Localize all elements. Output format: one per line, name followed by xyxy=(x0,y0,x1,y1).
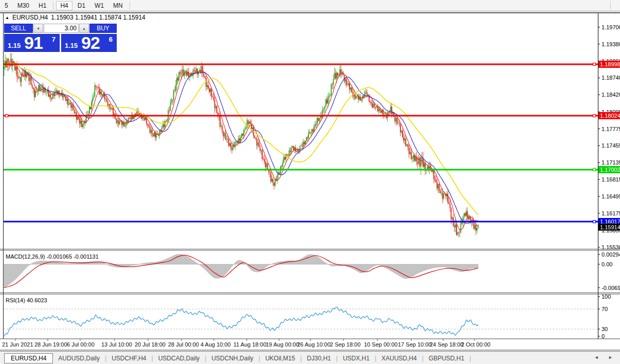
macd-axis-tick: 0.00 xyxy=(601,261,612,267)
price-tick: 1.19380 xyxy=(601,41,620,47)
chart-tab-dj30[interactable]: DJ30,H1 xyxy=(302,353,336,363)
macd-axis-tick: 0.00294 xyxy=(601,251,620,258)
rsi-axis-tick: 0 xyxy=(601,333,605,339)
price-tick: 1.16495 xyxy=(601,193,620,199)
chart-symbol: EURUSD,H4 xyxy=(12,14,48,21)
timeframe-toolbar: 5M30H1H4D1W1MN xyxy=(0,0,620,11)
chart-tab-ukoil[interactable]: UKOil,M15 xyxy=(260,353,300,363)
chart-tab-usdcnh[interactable]: USDCNH,Daily xyxy=(206,353,258,363)
toolbar-separator xyxy=(130,2,130,10)
one-click-trading-panel: SELL ▼ ▲ BUY 1.15 91 7 1.15 92 6 xyxy=(4,24,117,52)
price-tick: 1.18420 xyxy=(601,92,620,98)
time-tick-label: 4 Aug 10:00 xyxy=(200,341,231,348)
sell-price-prefix: 1.15 xyxy=(8,42,21,49)
price-tick: 1.18740 xyxy=(601,75,620,81)
time-tick-label: 24 Sep 18:00 xyxy=(430,341,463,348)
volume-input[interactable] xyxy=(44,24,79,33)
chart-title: ▲ EURUSD,H4 1.15903 1.15941 1.15874 1.15… xyxy=(5,14,145,21)
timeframe-button-5[interactable]: 5 xyxy=(1,1,12,10)
time-tick-label: 2 Sep 18:00 xyxy=(330,341,360,348)
rsi-label: RSI(14) 40.6023 xyxy=(6,297,47,303)
sell-price-pip: 7 xyxy=(52,35,56,43)
sell-price-big: 91 xyxy=(24,33,43,53)
time-tick-label: 13 Jul 10:00 xyxy=(101,341,132,348)
price-tick: 1.16815 xyxy=(601,176,620,183)
hline-handle[interactable] xyxy=(593,114,596,117)
price-tick: 1.16175 xyxy=(601,210,620,216)
sell-button[interactable]: SELL xyxy=(4,24,33,33)
timeframe-button-d1[interactable]: D1 xyxy=(74,1,89,10)
chart-tab-xauusd[interactable]: XAUUSD,H4 xyxy=(376,353,422,363)
chart-tab-usdx[interactable]: USDX,H1 xyxy=(338,353,375,363)
time-tick-label: 28 Jul 00:00 xyxy=(168,341,199,348)
time-tick-label: 17 Sep 10:00 xyxy=(398,341,431,348)
macd-label: MACD(12,26,9) -0.001065 -0.001131 xyxy=(6,253,99,260)
time-tick-label: 10 Sep 00:00 xyxy=(364,341,397,348)
chart-tab-gbpusd[interactable]: GBPUSD,H1 xyxy=(424,353,469,363)
rsi-axis-tick: 70 xyxy=(601,306,608,312)
price-tick: 1.17455 xyxy=(601,142,620,149)
time-tick-label: 20 Jul 18:00 xyxy=(135,341,166,348)
collapse-trade-panel-icon[interactable]: ▲ xyxy=(5,15,9,20)
time-tick-label: 26 Aug 10:00 xyxy=(297,341,331,348)
price-tick: 1.17775 xyxy=(601,126,620,132)
time-tick-label: 28 Jun 19:00 xyxy=(34,341,67,348)
chart-tab-bar: EURUSD,H4AUDUSD,Daily|USDCHF,H4|USDCAD,D… xyxy=(0,351,620,364)
price-tick: 1.15530 xyxy=(601,244,620,250)
hline-handle[interactable] xyxy=(593,220,596,223)
hline-handle[interactable] xyxy=(593,63,596,66)
chart-tab-eurusd[interactable]: EURUSD,H4 xyxy=(4,353,53,363)
volume-increase-button[interactable]: ▲ xyxy=(79,24,89,33)
timeframe-button-h4[interactable]: H4 xyxy=(56,1,72,10)
chart-tab-usdcad[interactable]: USDCAD,Daily xyxy=(153,353,205,363)
chart-ohlc-values: 1.15903 1.15941 1.15874 1.15914 xyxy=(51,14,145,21)
timeframe-button-h1[interactable]: H1 xyxy=(34,1,50,10)
toolbar-separator xyxy=(610,1,611,9)
macd-axis-tick: -0.00699 xyxy=(601,285,620,291)
time-tick-label: 21 Jun 2021 xyxy=(2,341,33,348)
hline-handle[interactable] xyxy=(6,114,8,117)
timeframe-button-mn[interactable]: MN xyxy=(109,1,127,10)
time-tick-label: 11 Aug 18:00 xyxy=(233,341,266,348)
timeframe-button-m30[interactable]: M30 xyxy=(13,1,33,10)
price-line-label: 1.18998 xyxy=(600,61,620,67)
chart-tab-usdchf[interactable]: USDCHF,H4 xyxy=(106,353,151,363)
trade-controls-row: SELL ▼ ▲ BUY xyxy=(4,24,117,33)
buy-button[interactable]: BUY xyxy=(89,24,117,33)
sell-quote-box[interactable]: 1.15 91 7 xyxy=(4,34,60,52)
buy-price-pip: 6 xyxy=(109,35,113,43)
buy-price-big: 92 xyxy=(81,33,100,53)
time-tick-label: 19 Aug 00:00 xyxy=(266,341,299,348)
chart-area[interactable]: 1.197001.193801.190601.187401.184201.180… xyxy=(0,13,620,351)
chart-canvas[interactable]: 1.197001.193801.190601.187401.184201.180… xyxy=(0,13,620,351)
price-line-label: 1.18024 xyxy=(600,113,620,119)
tab-scroll-arrows[interactable]: ◄ ► xyxy=(594,355,617,360)
price-line-label: 1.17002 xyxy=(600,167,620,173)
rsi-axis-tick: 100 xyxy=(601,294,611,300)
tab-separator: | xyxy=(469,355,471,362)
mt4-terminal: { "toolbar": { "items": ["5","M30","H1",… xyxy=(0,0,620,364)
chart-tab-audusd[interactable]: AUDUSD,Daily xyxy=(53,353,105,363)
toolbar-separator xyxy=(53,2,53,10)
rsi-axis-tick: 30 xyxy=(601,326,608,332)
hline-handle[interactable] xyxy=(593,168,596,171)
price-line-label: 1.15914 xyxy=(600,224,620,230)
price-tick: 1.17135 xyxy=(601,159,620,166)
time-tick-label: 2 Oct 00:00 xyxy=(461,341,490,348)
price-tick: 1.19700 xyxy=(601,24,620,30)
buy-price-prefix: 1.15 xyxy=(65,42,78,49)
time-tick-label: 6 Jul 00:00 xyxy=(67,341,95,348)
timeframe-button-w1[interactable]: W1 xyxy=(90,1,108,10)
buy-quote-box[interactable]: 1.15 92 6 xyxy=(61,34,117,52)
volume-decrease-button[interactable]: ▼ xyxy=(33,24,43,33)
quote-row: 1.15 91 7 1.15 92 6 xyxy=(4,34,117,52)
